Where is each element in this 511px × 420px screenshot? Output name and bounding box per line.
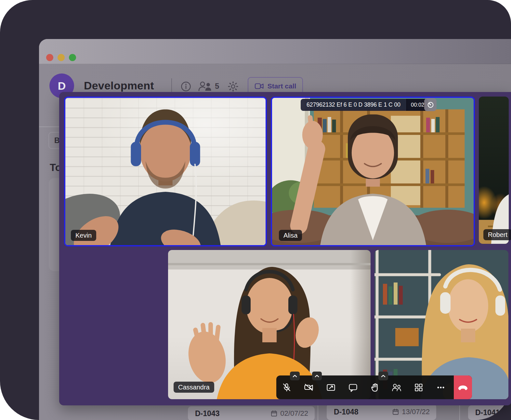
task-card-date: 13/07/22 <box>402 408 430 416</box>
alisa-portrait <box>272 98 474 245</box>
task-card-id: D-1041 <box>475 408 500 417</box>
participants-button[interactable] <box>387 375 406 399</box>
participant-name-tag: Cassandra <box>174 382 214 393</box>
video-tile-kevin[interactable] <box>64 97 267 246</box>
participants-icon <box>391 382 402 393</box>
column-divider <box>318 405 318 420</box>
window-titlebar <box>39 39 511 64</box>
channel-avatar-letter: D <box>58 80 66 92</box>
call-panel: 627962132 Ef 6 E 0 D 3896 E 1 C 00 00:02… <box>59 92 511 405</box>
task-card[interactable]: D-1043 02/07/22 <box>188 406 315 420</box>
video-camera-icon <box>255 83 264 90</box>
header-divider <box>171 78 172 93</box>
share-screen-icon <box>326 382 336 393</box>
raise-hand-icon <box>370 382 380 393</box>
info-icon <box>180 81 191 92</box>
close-window-button[interactable] <box>46 54 53 61</box>
task-card[interactable]: D-1048 13/07/22 <box>327 404 436 420</box>
channel-title: Development <box>84 79 154 92</box>
camera-options-button[interactable] <box>312 372 322 380</box>
meeting-info-bar: 627962132 Ef 6 E 0 D 3896 E 1 C 00 00:02 <box>301 99 428 111</box>
start-call-label: Start call <box>268 82 296 90</box>
task-card[interactable]: D-1041 <box>468 405 511 420</box>
robert-portrait <box>479 97 509 244</box>
task-card-id: D-1043 <box>195 409 219 418</box>
task-card-due: 02/07/22 <box>270 409 308 418</box>
marketing-canvas: D Development 5 Start call B To D-1043 <box>0 0 511 420</box>
grid-view-icon <box>413 382 424 393</box>
header-rule <box>39 126 59 127</box>
task-card-due: 13/07/22 <box>392 408 430 416</box>
more-options-button[interactable] <box>432 375 450 399</box>
member-count: 5 <box>215 82 219 91</box>
chevron-up-icon <box>292 374 298 378</box>
video-tile-alisa[interactable] <box>271 97 475 246</box>
task-card-date: 02/07/22 <box>280 409 308 418</box>
chat-button[interactable] <box>344 375 362 399</box>
reactions-options-button[interactable] <box>378 372 388 380</box>
chevron-up-icon <box>314 374 320 378</box>
task-card-id: D-1048 <box>334 408 358 416</box>
gauge-icon <box>427 101 434 109</box>
column-divider <box>459 405 460 420</box>
end-call-icon <box>457 384 468 391</box>
more-options-icon <box>436 382 446 393</box>
chat-icon <box>348 382 358 393</box>
minimize-window-button[interactable] <box>58 54 65 61</box>
end-call-button[interactable] <box>454 375 472 399</box>
participant-name-tag: Alisa <box>279 230 302 241</box>
grid-view-button[interactable] <box>410 375 428 399</box>
calendar-icon <box>392 408 399 415</box>
kevin-portrait <box>65 98 266 245</box>
share-screen-button[interactable] <box>322 375 340 399</box>
channel-settings-button[interactable] <box>228 81 239 92</box>
participant-name-tag: Kevin <box>71 230 96 241</box>
participant-name-tag: Robert <box>483 229 511 240</box>
channel-members-button[interactable] <box>198 81 213 92</box>
video-tile-robert[interactable] <box>479 97 509 244</box>
microphone-muted-icon <box>282 382 292 393</box>
gear-icon <box>228 81 239 92</box>
chevron-up-icon <box>380 374 386 378</box>
dark-backdrop: D Development 5 Start call B To D-1043 <box>0 0 511 420</box>
meeting-id: 627962132 Ef 6 E 0 D 3896 E 1 C 00 <box>301 99 406 111</box>
call-quality-button[interactable] <box>424 98 437 111</box>
microphone-options-button[interactable] <box>290 372 300 380</box>
members-icon <box>198 81 213 92</box>
channel-info-button[interactable] <box>180 81 191 92</box>
zoom-window-button[interactable] <box>69 54 76 61</box>
calendar-icon <box>270 410 278 417</box>
camera-off-icon <box>304 382 314 393</box>
